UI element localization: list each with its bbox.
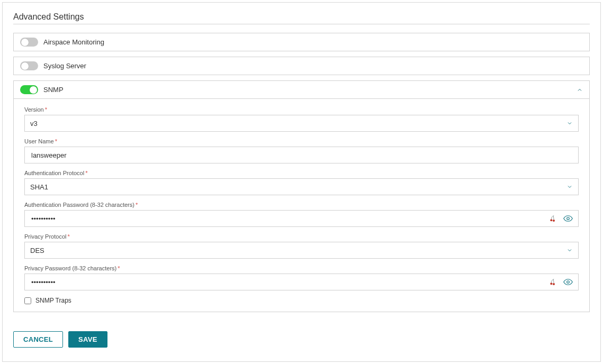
svg-point-5 (567, 281, 570, 284)
toggle-syslog[interactable] (20, 61, 38, 70)
input-auth-password-wrap (24, 210, 579, 227)
footer-actions: CANCEL SAVE (13, 331, 590, 348)
label-username: User Name* (24, 138, 579, 144)
svg-point-0 (550, 219, 552, 221)
field-privacy-protocol: Privacy Protocol* DES (24, 233, 579, 259)
label-auth-password: Authentication Password (8-32 characters… (24, 202, 579, 208)
cancel-button[interactable]: CANCEL (13, 331, 63, 348)
cherry-icon[interactable] (548, 278, 557, 286)
select-privacy-protocol[interactable]: DES (24, 242, 579, 259)
chevron-down-icon (566, 247, 573, 253)
advanced-settings-panel: Advanced Settings Airspace Monitoring Sy… (2, 2, 601, 362)
section-label-snmp: SNMP (43, 86, 64, 94)
section-label-airspace: Airspace Monitoring (43, 38, 104, 46)
title-divider (13, 24, 590, 24)
label-snmp-traps: SNMP Traps (35, 297, 71, 304)
select-auth-protocol[interactable]: SHA1 (24, 178, 579, 195)
section-airspace-monitoring: Airspace Monitoring (13, 33, 590, 51)
select-version[interactable]: v3 (24, 115, 579, 132)
svg-point-1 (553, 220, 555, 222)
field-username: User Name* (24, 138, 579, 163)
field-auth-protocol: Authentication Protocol* SHA1 (24, 170, 579, 195)
page-title: Advanced Settings (13, 12, 590, 22)
section-header-snmp[interactable]: SNMP (14, 81, 589, 98)
select-version-value: v3 (30, 120, 38, 128)
chevron-up-icon[interactable] (577, 87, 583, 93)
checkbox-snmp-traps-row: SNMP Traps (24, 297, 579, 304)
checkbox-snmp-traps[interactable] (24, 297, 31, 304)
eye-icon[interactable] (563, 214, 573, 223)
input-privacy-password[interactable] (30, 278, 548, 287)
svg-point-2 (567, 217, 570, 220)
label-privacy-password: Privacy Password (8-32 characters)* (24, 265, 579, 271)
section-header-airspace[interactable]: Airspace Monitoring (14, 33, 589, 51)
section-header-syslog[interactable]: Syslog Server (14, 57, 589, 75)
label-privacy-protocol: Privacy Protocol* (24, 233, 579, 240)
field-privacy-password: Privacy Password (8-32 characters)* (24, 265, 579, 290)
select-privacy-protocol-value: DES (30, 247, 44, 254)
chevron-down-icon (566, 120, 573, 126)
input-auth-password[interactable] (30, 214, 548, 223)
field-version: Version* v3 (24, 106, 579, 132)
cherry-icon[interactable] (548, 214, 557, 223)
section-syslog-server: Syslog Server (13, 57, 590, 75)
section-snmp: SNMP Version* v3 User Name* (13, 80, 590, 312)
chevron-down-icon (566, 184, 573, 190)
input-username-wrap (24, 147, 579, 163)
toggle-snmp[interactable] (20, 85, 38, 94)
svg-point-3 (550, 283, 552, 285)
field-auth-password: Authentication Password (8-32 characters… (24, 202, 579, 227)
label-auth-protocol: Authentication Protocol* (24, 170, 579, 176)
input-username[interactable] (30, 151, 573, 160)
eye-icon[interactable] (563, 277, 573, 287)
toggle-airspace[interactable] (20, 38, 38, 47)
select-auth-protocol-value: SHA1 (30, 183, 48, 191)
snmp-body: Version* v3 User Name* (14, 98, 589, 312)
section-label-syslog: Syslog Server (43, 62, 86, 70)
input-privacy-password-wrap (24, 274, 579, 290)
svg-point-4 (553, 283, 555, 285)
label-version: Version* (24, 106, 579, 113)
save-button[interactable]: SAVE (68, 331, 107, 348)
